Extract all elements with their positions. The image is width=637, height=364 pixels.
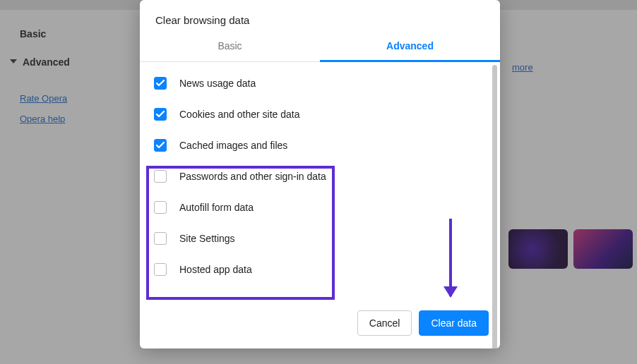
dialog-title: Clear browsing data — [140, 0, 500, 33]
options-list: News usage dataCookies and other site da… — [140, 62, 500, 285]
option-row[interactable]: Site Settings — [154, 223, 486, 254]
option-row[interactable]: Passwords and other sign-in data — [154, 161, 486, 192]
option-row[interactable]: Cookies and other site data — [154, 99, 486, 130]
checkbox[interactable] — [154, 232, 167, 245]
tab-advanced[interactable]: Advanced — [320, 33, 500, 62]
option-label: Cached images and files — [179, 140, 287, 151]
checkbox[interactable] — [154, 263, 167, 276]
option-label: Autofill form data — [179, 202, 254, 213]
option-row[interactable]: Cached images and files — [154, 130, 486, 161]
clear-data-button[interactable]: Clear data — [419, 310, 489, 336]
checkbox[interactable] — [154, 139, 167, 152]
option-row[interactable]: Hosted app data — [154, 254, 486, 285]
option-row[interactable]: Autofill form data — [154, 192, 486, 223]
checkbox[interactable] — [154, 201, 167, 214]
option-row[interactable]: News usage data — [154, 68, 486, 99]
checkbox[interactable] — [154, 108, 167, 121]
annotation-arrow — [449, 219, 452, 296]
tab-basic[interactable]: Basic — [140, 33, 320, 61]
option-label: Cookies and other site data — [179, 109, 299, 120]
option-label: Passwords and other sign-in data — [179, 171, 326, 182]
option-label: Site Settings — [179, 233, 235, 244]
dialog-tabs: Basic Advanced — [140, 33, 500, 62]
checkbox[interactable] — [154, 170, 167, 183]
checkbox[interactable] — [154, 77, 167, 90]
cancel-button[interactable]: Cancel — [357, 310, 412, 336]
option-label: News usage data — [179, 78, 256, 89]
dialog-footer: Cancel Clear data — [140, 299, 500, 348]
option-label: Hosted app data — [179, 264, 252, 275]
